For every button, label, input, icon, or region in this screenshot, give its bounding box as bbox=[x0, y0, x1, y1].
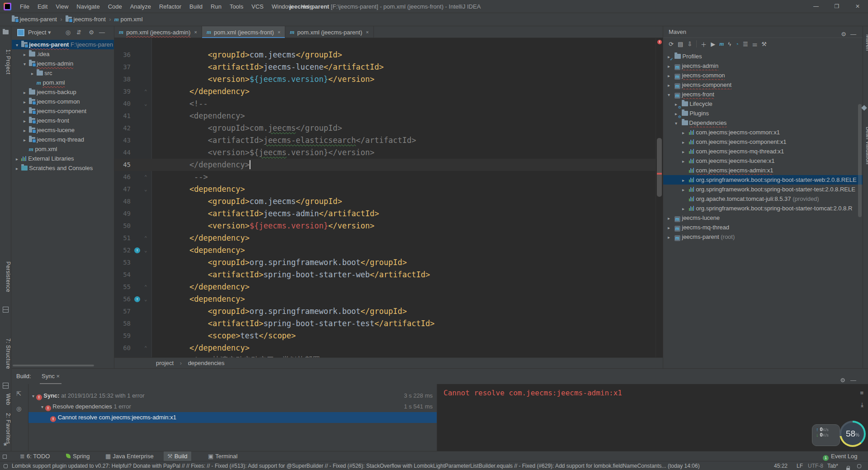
maven-tree-row[interactable]: ▸ com.jeecms:jeecms-lucene:x1 bbox=[663, 156, 863, 166]
fold-marker-icon[interactable]: ⌃ bbox=[144, 342, 147, 354]
expander-icon[interactable]: ▸ bbox=[22, 88, 27, 97]
maximize-button[interactable]: ❐ bbox=[826, 0, 847, 13]
expander-icon[interactable]: ▸ bbox=[30, 69, 35, 78]
maven-tree-row[interactable]: ▸ Lifecycle bbox=[663, 99, 863, 109]
maven-tree-row[interactable]: ▾ m jeecms-front bbox=[663, 90, 863, 99]
horizontal-scrollbar[interactable] bbox=[13, 365, 94, 366]
code-line[interactable]: 56↑⌄ <dependency> bbox=[114, 293, 656, 305]
maven-tree-row[interactable]: ▸ m jeecms-lucene bbox=[663, 213, 863, 223]
expander-icon[interactable]: ▸ bbox=[682, 157, 687, 166]
build-output-pane[interactable]: Cannot resolve com.jeecms:jeecms-admin:x… bbox=[437, 384, 868, 451]
expander-icon[interactable]: ▸ bbox=[668, 223, 673, 232]
menu-tools[interactable]: Tools bbox=[226, 0, 247, 13]
tool-button-build[interactable]: ⚒Build bbox=[164, 451, 191, 461]
expander-icon[interactable]: ▸ bbox=[682, 147, 687, 156]
maven-tree-row[interactable]: ▸ com.jeecms:jeecms-component:x1 bbox=[663, 137, 863, 147]
close-button[interactable]: ✕ bbox=[847, 0, 868, 13]
code-line[interactable]: 49 <artifactId>jeecms-admin</artifactId> bbox=[114, 208, 656, 220]
tab-sync[interactable]: Sync × bbox=[40, 369, 61, 384]
project-tree-row[interactable]: ▸ src bbox=[12, 68, 114, 78]
expander-icon[interactable]: ▸ bbox=[14, 164, 19, 173]
menu-navigate[interactable]: Navigate bbox=[72, 0, 104, 13]
code-line[interactable]: 44 <version>${jeecms.version}</version> bbox=[114, 147, 656, 159]
tool-button-terminal[interactable]: ▣Terminal bbox=[204, 451, 241, 461]
expander-icon[interactable]: ▸ bbox=[22, 126, 27, 135]
code-line[interactable]: 61 <!-- 快速启动启动应用，类似热部署 --> bbox=[114, 354, 656, 357]
gear-icon[interactable]: ⚙ bbox=[89, 29, 94, 36]
fold-marker-icon[interactable]: ⌃ bbox=[144, 281, 147, 293]
expander-icon[interactable]: ▸ bbox=[682, 138, 687, 147]
project-tree-row[interactable]: ▾ jeecms-admin bbox=[12, 59, 114, 68]
breadcrumb-item[interactable]: jeecms-front bbox=[66, 16, 106, 23]
project-tree-row[interactable]: ▸ jeecms-front bbox=[12, 116, 114, 125]
menu-code[interactable]: Code bbox=[104, 0, 126, 13]
maven-toolbar-icon-6[interactable]: ϟ bbox=[728, 41, 731, 47]
encoding-indicator[interactable]: UTF-8 bbox=[808, 461, 823, 470]
project-tree-row[interactable]: ▸ Scratches and Consoles bbox=[12, 163, 114, 173]
code-line[interactable]: 58 <artifactId>spring-boot-starter-test<… bbox=[114, 318, 656, 330]
project-tree-row[interactable]: m pom.xml bbox=[12, 144, 114, 154]
menu-refactor[interactable]: Refactor bbox=[155, 0, 185, 13]
maven-toolbar-icon-5[interactable]: m bbox=[719, 40, 724, 47]
project-view-selector[interactable]: Project ▾ bbox=[28, 29, 51, 36]
code-line[interactable]: 53 <groupId>org.springframework.boot</gr… bbox=[114, 256, 656, 269]
caret-position[interactable]: 45:22 bbox=[774, 461, 788, 470]
expander-icon[interactable]: ▸ bbox=[22, 116, 27, 126]
build-tree-row[interactable]: ▾ ! Sync: at 2019/10/12 15:32 with 1 err… bbox=[28, 390, 437, 401]
maven-tree-row[interactable]: ▸ org.springframework.boot:spring-boot-s… bbox=[663, 175, 863, 185]
expander-icon[interactable]: ▾ bbox=[675, 119, 680, 128]
expander-icon[interactable]: ▸ bbox=[22, 97, 27, 107]
tool-button-bean-validation[interactable]: Bean Validation bbox=[860, 114, 868, 177]
bean-validation-icon[interactable] bbox=[861, 105, 867, 111]
code-line[interactable]: 45 </dependency> bbox=[114, 159, 656, 171]
close-icon[interactable]: × bbox=[366, 29, 368, 35]
rerun-icon[interactable]: ⇱ bbox=[12, 387, 28, 397]
maven-toolbar-icon-7[interactable]: ◔ bbox=[735, 41, 739, 47]
maven-tree-row[interactable]: ▸ Profiles bbox=[663, 52, 863, 61]
project-tree-row[interactable]: ▸ jeecms-backup bbox=[12, 87, 114, 97]
code-line[interactable]: 38 <version>${jeecms.version}</version> bbox=[114, 73, 656, 85]
code-line[interactable]: 40⌄ <!-- bbox=[114, 98, 656, 110]
maven-toolbar-icon-4[interactable]: ▶ bbox=[711, 41, 715, 47]
expander-icon[interactable]: ▸ bbox=[22, 135, 27, 145]
code-line[interactable]: 37 <artifactId>jeecms-lucene</artifactId… bbox=[114, 61, 656, 73]
locate-file-icon[interactable]: ◎ bbox=[66, 29, 71, 36]
persistence-icon[interactable] bbox=[3, 307, 9, 313]
code-line[interactable]: 57 <groupId>org.springframework.boot</gr… bbox=[114, 305, 656, 318]
fold-marker-icon[interactable]: ⌃ bbox=[144, 171, 147, 183]
code-line[interactable]: 50 <version>${jeecms.version}</version> bbox=[114, 220, 656, 232]
fold-marker-icon[interactable]: ⌃ bbox=[144, 232, 147, 244]
expander-icon[interactable]: ▸ bbox=[668, 81, 673, 90]
maven-tree-row[interactable]: ▸ m jeecms-mq-thread bbox=[663, 223, 863, 232]
tool-button-structure[interactable]: 7: Structure bbox=[0, 321, 11, 387]
fold-marker-icon[interactable]: ⌄ bbox=[144, 244, 147, 256]
maven-tree-row[interactable]: ▸ Plugins bbox=[663, 109, 863, 118]
menu-build[interactable]: Build bbox=[185, 0, 207, 13]
project-tree-row[interactable]: ▸ jeecms-common bbox=[12, 97, 114, 106]
tool-button-maven[interactable]: Maven bbox=[860, 29, 868, 56]
expander-icon[interactable]: ▾ bbox=[668, 90, 673, 99]
project-tree-row[interactable]: ▸ jeecms-component bbox=[12, 106, 114, 116]
code-line[interactable]: 36 <groupId>com.jeecms</groupId> bbox=[114, 49, 656, 61]
maven-tree-row[interactable]: ▸ m jeecms-component bbox=[663, 80, 863, 90]
menu-view[interactable]: View bbox=[52, 0, 72, 13]
code-line[interactable]: 60⌃ </dependency> bbox=[114, 342, 656, 354]
favorites-star-icon[interactable]: ★ bbox=[3, 441, 9, 447]
lock-icon[interactable] bbox=[846, 464, 850, 470]
error-stripe-mark[interactable] bbox=[657, 173, 662, 175]
breadcrumb-item[interactable]: m pom.xml bbox=[114, 16, 143, 23]
tool-button-web[interactable]: Web bbox=[0, 390, 11, 408]
expander-icon[interactable]: ▸ bbox=[682, 204, 687, 213]
expander-icon[interactable]: ▾ bbox=[14, 40, 19, 50]
menu-edit[interactable]: Edit bbox=[33, 0, 52, 13]
expander-icon[interactable]: ▸ bbox=[682, 128, 687, 137]
maven-tree-row[interactable]: ▸ com.jeecms:jeecms-mq-thread:x1 bbox=[663, 147, 863, 156]
maven-toolbar-icon-10[interactable]: ⚒ bbox=[761, 41, 767, 47]
maven-toolbar-icon-9[interactable]: ⚌ bbox=[752, 41, 758, 47]
expander-icon[interactable]: ▸ bbox=[14, 154, 19, 164]
fold-marker-icon[interactable]: ⌄ bbox=[144, 293, 147, 305]
project-tree-row[interactable]: ▸ .idea bbox=[12, 49, 114, 59]
menu-analyze[interactable]: Analyze bbox=[126, 0, 155, 13]
maven-tree-row[interactable]: ▸ com.jeecms:jeecms-common:x1 bbox=[663, 128, 863, 137]
code-line[interactable]: 48 <groupId>com.jeecms</groupId> bbox=[114, 195, 656, 208]
